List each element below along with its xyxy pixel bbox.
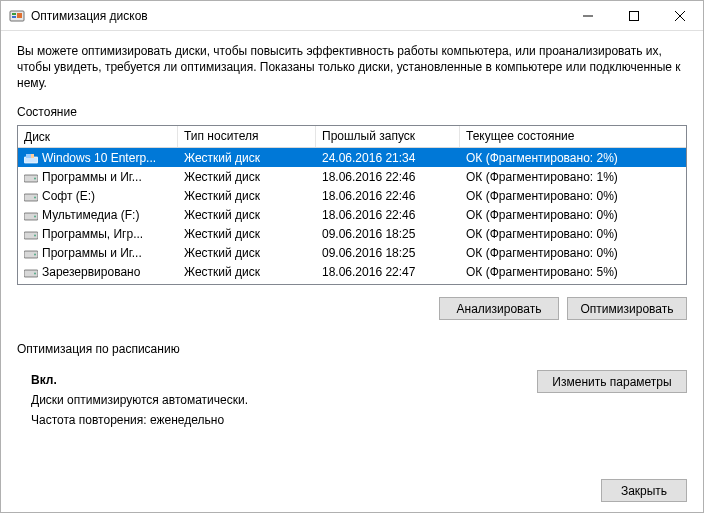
schedule-auto-line: Диски оптимизируются автоматически. — [31, 390, 537, 410]
cell-media: Жесткий диск — [178, 226, 316, 242]
schedule-on-label: Вкл. — [31, 370, 537, 390]
svg-point-22 — [34, 272, 36, 274]
cell-status: ОК (Фрагментировано: 0%) — [460, 226, 668, 242]
drive-icon — [24, 248, 38, 258]
schedule-heading: Оптимизация по расписанию — [17, 342, 687, 356]
svg-rect-9 — [26, 154, 31, 158]
titlebar: Оптимизация дисков — [1, 1, 703, 31]
cell-media: Жесткий диск — [178, 188, 316, 204]
cell-disk: Windows 10 Enterp... — [18, 150, 178, 166]
drive-listview[interactable]: Диск Тип носителя Прошлый запуск Текущее… — [17, 125, 687, 285]
cell-lastrun: 18.06.2016 22:46 — [316, 207, 460, 223]
table-row[interactable]: Программы и Иг...Жесткий диск09.06.2016 … — [18, 243, 686, 262]
analyze-button[interactable]: Анализировать — [439, 297, 559, 320]
col-status[interactable]: Текущее состояние — [460, 126, 668, 147]
cell-lastrun: 18.06.2016 22:46 — [316, 169, 460, 185]
close-button[interactable] — [657, 1, 703, 30]
disk-name: Windows 10 Enterp... — [42, 151, 156, 165]
drive-icon — [24, 229, 38, 239]
svg-rect-5 — [630, 11, 639, 20]
window-title: Оптимизация дисков — [31, 9, 565, 23]
cell-disk: Зарезервировано — [18, 264, 178, 280]
window: Оптимизация дисков Вы можете оптимизиров… — [0, 0, 704, 513]
footer: Закрыть — [17, 469, 687, 502]
table-row[interactable]: Софт (E:)Жесткий диск18.06.2016 22:46ОК … — [18, 186, 686, 205]
cell-status: ОК (Фрагментировано: 2%) — [460, 150, 668, 166]
cell-status: ОК (Фрагментировано: 0%) — [460, 245, 668, 261]
table-row[interactable]: ЗарезервированоЖесткий диск18.06.2016 22… — [18, 262, 686, 281]
optimize-button[interactable]: Оптимизировать — [567, 297, 687, 320]
cell-media: Жесткий диск — [178, 245, 316, 261]
svg-rect-10 — [31, 154, 34, 158]
disk-name: Мультимедиа (F:) — [42, 208, 139, 222]
cell-media: Жесткий диск — [178, 264, 316, 280]
svg-point-16 — [34, 215, 36, 217]
app-icon — [9, 8, 25, 24]
change-settings-button[interactable]: Изменить параметры — [537, 370, 687, 393]
drive-icon — [24, 191, 38, 201]
close-dialog-button[interactable]: Закрыть — [601, 479, 687, 502]
svg-rect-1 — [12, 13, 16, 15]
list-rows: Windows 10 Enterp...Жесткий диск24.06.20… — [18, 148, 686, 285]
cell-disk: Программы и Иг... — [18, 169, 178, 185]
state-heading: Состояние — [17, 105, 687, 119]
cell-media: Жесткий диск — [178, 169, 316, 185]
cell-disk: Программы, Игр... — [18, 226, 178, 242]
system-drive-icon — [24, 153, 38, 163]
col-media[interactable]: Тип носителя — [178, 126, 316, 147]
schedule-freq-line: Частота повторения: еженедельно — [31, 410, 537, 430]
disk-name: Зарезервировано — [42, 265, 140, 279]
action-row: Анализировать Оптимизировать — [17, 297, 687, 320]
cell-media: Жесткий диск — [178, 150, 316, 166]
cell-status: ОК (Фрагментировано: 0%) — [460, 188, 668, 204]
drive-icon — [24, 210, 38, 220]
disk-name: Софт (E:) — [42, 189, 95, 203]
schedule-text: Вкл. Диски оптимизируются автоматически.… — [31, 370, 537, 430]
svg-point-20 — [34, 253, 36, 255]
cell-disk: Программы и Иг... — [18, 245, 178, 261]
cell-lastrun: 09.06.2016 18:25 — [316, 245, 460, 261]
col-disk[interactable]: Диск — [18, 126, 178, 147]
svg-point-14 — [34, 196, 36, 198]
disk-name: Программы, Игр... — [42, 227, 143, 241]
disk-name: Программы и Иг... — [42, 246, 142, 260]
maximize-button[interactable] — [611, 1, 657, 30]
cell-lastrun: 18.06.2016 22:46 — [316, 188, 460, 204]
minimize-button[interactable] — [565, 1, 611, 30]
cell-lastrun: 24.06.2016 21:34 — [316, 150, 460, 166]
cell-media: Жесткий диск — [178, 207, 316, 223]
table-row[interactable]: Windows 10 Enterp...Жесткий диск24.06.20… — [18, 148, 686, 167]
cell-disk: Мультимедиа (F:) — [18, 207, 178, 223]
svg-point-18 — [34, 234, 36, 236]
table-row[interactable]: Мультимедиа (F:)Жесткий диск18.06.2016 2… — [18, 205, 686, 224]
schedule-section: Оптимизация по расписанию Вкл. Диски опт… — [17, 342, 687, 430]
intro-text: Вы можете оптимизировать диски, чтобы по… — [17, 43, 687, 91]
table-row[interactable]: Программы, Игр...Жесткий диск09.06.2016 … — [18, 224, 686, 243]
list-header: Диск Тип носителя Прошлый запуск Текущее… — [18, 126, 686, 148]
svg-rect-3 — [17, 13, 22, 18]
cell-status: ОК (Фрагментировано: 5%) — [460, 264, 668, 280]
drive-icon — [24, 172, 38, 182]
svg-rect-2 — [12, 16, 16, 18]
cell-status: ОК (Фрагментировано: 0%) — [460, 207, 668, 223]
cell-lastrun: 09.06.2016 18:25 — [316, 226, 460, 242]
cell-disk: Софт (E:) — [18, 188, 178, 204]
cell-status: ОК (Фрагментировано: 1%) — [460, 169, 668, 185]
col-lastrun[interactable]: Прошлый запуск — [316, 126, 460, 147]
table-row[interactable]: Программы и Иг...Жесткий диск18.06.2016 … — [18, 167, 686, 186]
svg-point-12 — [34, 177, 36, 179]
disk-name: Программы и Иг... — [42, 170, 142, 184]
content-area: Вы можете оптимизировать диски, чтобы по… — [1, 31, 703, 512]
cell-lastrun: 18.06.2016 22:47 — [316, 264, 460, 280]
drive-icon — [24, 267, 38, 277]
